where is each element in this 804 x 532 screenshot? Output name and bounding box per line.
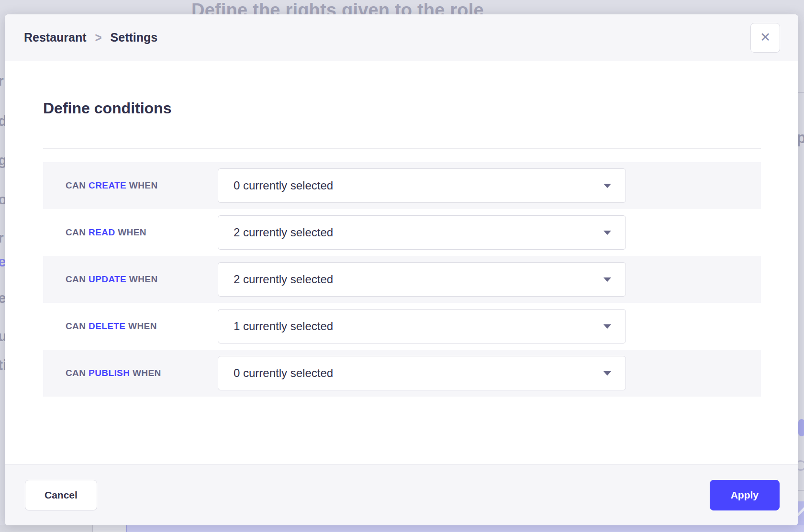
- permission-label: CAN CREATE WHEN: [66, 180, 218, 191]
- label-prefix: CAN: [66, 180, 86, 190]
- label-action: PUBLISH: [89, 368, 130, 378]
- breadcrumb: Restaurant > Settings: [24, 31, 157, 44]
- close-button[interactable]: ✕: [750, 23, 780, 53]
- select-value: 0 currently selected: [234, 179, 333, 192]
- conditions-select-publish[interactable]: 0 currently selected: [218, 356, 626, 390]
- permission-row-publish: CAN PUBLISH WHEN 0 currently selected: [43, 350, 761, 397]
- occluded-divider: [797, 92, 804, 93]
- cancel-button[interactable]: Cancel: [25, 480, 97, 510]
- label-suffix: WHEN: [118, 227, 146, 237]
- occluded-divider: [797, 490, 804, 491]
- chevron-right-icon: >: [95, 30, 102, 45]
- permission-label: CAN DELETE WHEN: [66, 321, 218, 332]
- chevron-down-icon: [603, 277, 611, 282]
- breadcrumb-item-settings: Settings: [111, 31, 158, 44]
- page-title: Define conditions: [43, 98, 761, 119]
- conditions-select-delete[interactable]: 1 currently selected: [218, 309, 626, 344]
- title-divider: [43, 148, 761, 149]
- breadcrumb-item-restaurant: Restaurant: [24, 31, 87, 44]
- label-prefix: CAN: [66, 321, 86, 331]
- occluded-text-fragment: r: [0, 230, 4, 246]
- label-suffix: WHEN: [128, 321, 157, 331]
- label-prefix: CAN: [66, 227, 86, 237]
- label-action: DELETE: [89, 321, 125, 331]
- modal-body: Define conditions CAN CREATE WHEN 0 curr…: [5, 61, 798, 464]
- select-value: 2 currently selected: [234, 273, 333, 286]
- conditions-list: CAN CREATE WHEN 0 currently selected CAN…: [43, 162, 761, 397]
- occluded-text-fragment: r: [0, 73, 4, 89]
- permission-label: CAN READ WHEN: [66, 227, 218, 238]
- permission-row-delete: CAN DELETE WHEN 1 currently selected: [43, 303, 761, 350]
- permission-row-create: CAN CREATE WHEN 0 currently selected: [43, 162, 761, 209]
- occluded-table-edge: [92, 525, 126, 532]
- label-action: READ: [89, 227, 115, 237]
- chevron-down-icon: [603, 184, 611, 188]
- apply-button[interactable]: Apply: [710, 480, 780, 510]
- close-icon: ✕: [760, 31, 771, 44]
- modal-header: Restaurant > Settings ✕: [5, 14, 798, 61]
- conditions-select-read[interactable]: 2 currently selected: [218, 215, 626, 250]
- occluded-badge: [798, 419, 804, 436]
- select-value: 0 currently selected: [234, 366, 333, 380]
- occluded-table-edge: [0, 525, 92, 532]
- chevron-down-icon: [603, 371, 611, 376]
- chevron-down-icon: [603, 324, 611, 329]
- permission-row-read: CAN READ WHEN 2 currently selected: [43, 209, 761, 256]
- conditions-select-update[interactable]: 2 currently selected: [218, 262, 626, 297]
- occluded-table-edge: [126, 525, 804, 532]
- permission-label: CAN PUBLISH WHEN: [66, 368, 218, 378]
- select-value: 2 currently selected: [234, 226, 333, 239]
- define-conditions-modal: Restaurant > Settings ✕ Define condition…: [5, 14, 798, 525]
- modal-footer: Cancel Apply: [5, 464, 798, 525]
- label-suffix: WHEN: [129, 180, 158, 190]
- label-prefix: CAN: [66, 274, 86, 284]
- permission-label: CAN UPDATE WHEN: [66, 274, 218, 285]
- conditions-select-create[interactable]: 0 currently selected: [218, 168, 626, 203]
- label-suffix: WHEN: [133, 368, 161, 378]
- permission-row-update: CAN UPDATE WHEN 2 currently selected: [43, 256, 761, 303]
- chevron-down-icon: [603, 231, 611, 235]
- label-prefix: CAN: [66, 368, 86, 378]
- label-suffix: WHEN: [129, 274, 158, 284]
- select-value: 1 currently selected: [234, 320, 333, 333]
- label-action: UPDATE: [89, 274, 126, 284]
- label-action: CREATE: [89, 180, 126, 190]
